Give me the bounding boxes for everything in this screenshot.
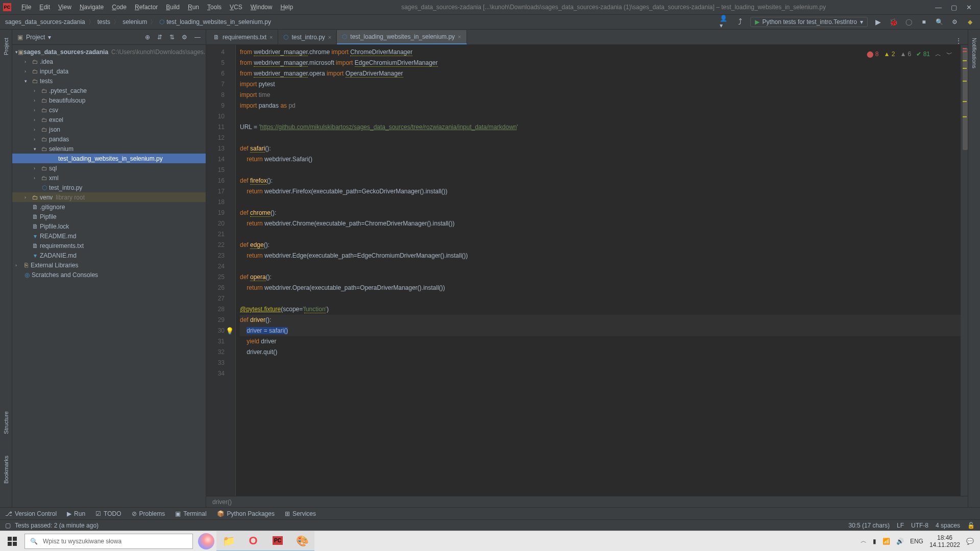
breadcrumb-item[interactable]: sages_data_sources-zadania [5, 18, 85, 26]
tree-item[interactable]: ›🗀 xml [12, 173, 206, 183]
battery-icon[interactable]: ▮ [873, 538, 876, 545]
paint-icon[interactable]: 🎨 [290, 531, 314, 552]
tab-close-icon[interactable]: × [270, 34, 273, 40]
cortana-icon[interactable] [196, 531, 216, 552]
opera-icon[interactable]: O [241, 531, 265, 552]
tree-item[interactable]: ⬡ test_intro.py [12, 183, 206, 192]
collapse-all-icon[interactable]: ⇅ [169, 34, 175, 41]
line-separator[interactable]: LF [897, 522, 904, 529]
tree-item[interactable]: ›🗀 pandas [12, 134, 206, 144]
tree-item[interactable]: 🗎 .gitignore [12, 202, 206, 212]
menu-file[interactable]: File [17, 4, 35, 11]
tree-item[interactable]: ▾🗀 tests [12, 76, 206, 86]
build-icon[interactable]: ⤴ [735, 17, 745, 27]
tab-close-icon[interactable]: × [458, 34, 461, 40]
wifi-icon[interactable]: 📶 [883, 538, 890, 545]
error-stripe[interactable] [961, 45, 968, 496]
context-breadcrumb[interactable]: driver() [206, 496, 968, 507]
expand-all-icon[interactable]: ⇵ [157, 34, 162, 41]
editor-tab[interactable]: 🗎requirements.txt× [208, 30, 278, 44]
tree-item[interactable]: ›🗀 input_data [12, 66, 206, 76]
clock[interactable]: 18:46 14.11.2022 [929, 534, 960, 548]
code-content[interactable]: ⬤ 8 ▲ 2 ▲ 6 ✔ 81 ︿ ﹀ from webdriver_mana… [236, 45, 961, 496]
tree-item[interactable]: ▾🗀 selenium [12, 144, 206, 154]
tool-tab-services[interactable]: ⊞Services [285, 510, 316, 517]
taskbar-search[interactable]: 🔍 Wpisz tu wyszukiwane słowa [24, 534, 193, 549]
debug-button-icon[interactable]: 🐞 [888, 17, 898, 27]
user-icon[interactable]: 👤▾ [720, 17, 730, 27]
file-explorer-icon[interactable]: 📁 [216, 531, 241, 552]
code-editor[interactable]: 4567891011121314151617181920212223242526… [206, 45, 968, 496]
run-button-icon[interactable]: ▶ [873, 17, 883, 27]
tool-tab-todo[interactable]: ☑TODO [95, 510, 121, 517]
menu-help[interactable]: Help [276, 4, 297, 11]
tray-chevron-icon[interactable]: ︿ [861, 537, 867, 545]
menu-edit[interactable]: Edit [35, 4, 54, 11]
settings-gear-icon[interactable]: ⚙ [182, 34, 187, 41]
external-libraries[interactable]: › ⎘ External Libraries [12, 260, 206, 270]
tree-item[interactable]: ›🗀 csv [12, 105, 206, 115]
minimize-icon[interactable]: — [935, 4, 942, 11]
maximize-icon[interactable]: ▢ [951, 4, 957, 11]
scratches-and-consoles[interactable]: ◎ Scratches and Consoles [12, 270, 206, 280]
stop-button-icon[interactable]: ■ [919, 17, 929, 27]
notifications-icon[interactable]: 💬 [966, 538, 974, 545]
project-tool-tab[interactable]: Project [2, 35, 10, 58]
menu-vcs[interactable]: VCS [226, 4, 247, 11]
tree-item[interactable]: 🗎 Pipfile [12, 212, 206, 221]
search-everywhere-icon[interactable]: 🔍 [934, 17, 944, 27]
editor-tab[interactable]: ⬡test_loading_websites_in_selenium.py× [337, 30, 467, 44]
file-encoding[interactable]: UTF-8 [911, 522, 928, 529]
volume-icon[interactable]: 🔊 [896, 538, 904, 545]
tree-item[interactable]: ▾ ZADANIE.md [12, 251, 206, 260]
breadcrumb-item[interactable]: ⬡ test_loading_websites_in_selenium.py [159, 18, 271, 26]
tree-item[interactable]: ›🗀 excel [12, 115, 206, 124]
editor-tab[interactable]: ⬡test_intro.py× [278, 30, 337, 44]
tree-item[interactable]: 🗎 requirements.txt [12, 241, 206, 251]
tree-item[interactable]: ›🗀 sql [12, 163, 206, 173]
menu-tools[interactable]: Tools [203, 4, 226, 11]
project-tree[interactable]: ▾ ▣ sages_data_sources-zadania C:\Users\… [12, 45, 206, 507]
readonly-lock-icon[interactable]: 🔓 [967, 522, 975, 529]
menu-view[interactable]: View [54, 4, 76, 11]
breadcrumb-item[interactable]: tests [97, 18, 110, 26]
tool-tab-problems[interactable]: ⊘Problems [132, 510, 165, 517]
tab-close-icon[interactable]: × [328, 34, 331, 40]
breadcrumb-item[interactable]: selenium [122, 18, 147, 26]
tabs-more-icon[interactable]: ⋮ [949, 37, 968, 44]
bookmarks-tool-tab[interactable]: Bookmarks [2, 453, 10, 487]
pycharm-taskbar-icon[interactable]: PC [265, 531, 290, 552]
structure-tool-tab[interactable]: Structure [2, 408, 10, 437]
tree-item[interactable]: ▾ README.md [12, 231, 206, 241]
menu-code[interactable]: Code [108, 4, 131, 11]
tool-tab-python-packages[interactable]: 📦Python Packages [217, 510, 275, 517]
tree-item[interactable]: ›🗀 .pytest_cache [12, 86, 206, 95]
plugins-icon[interactable]: ◆ [965, 17, 975, 27]
tree-item[interactable]: ›🗀 beautifulsoup [12, 95, 206, 105]
select-opened-file-icon[interactable]: ⊕ [145, 34, 150, 41]
settings-gear-icon[interactable]: ⚙ [949, 17, 960, 27]
menu-navigate[interactable]: Navigate [76, 4, 108, 11]
run-configuration-selector[interactable]: ▶ Python tests for test_intro.TestIntro … [750, 17, 868, 27]
tool-tab-run[interactable]: ▶Run [67, 510, 85, 517]
tree-item[interactable]: ⬡ test_loading_websites_in_selenium.py [12, 154, 206, 163]
menu-refactor[interactable]: Refactor [131, 4, 162, 11]
tool-tab-terminal[interactable]: ▣Terminal [175, 510, 206, 517]
scrollbar-thumb[interactable] [963, 48, 968, 150]
menu-run[interactable]: Run [184, 4, 203, 11]
language-indicator[interactable]: ENG [910, 538, 923, 545]
notifications-tool-tab[interactable]: Notifications [970, 35, 978, 71]
hide-panel-icon[interactable]: — [194, 34, 201, 41]
tree-item[interactable]: ›🗀 json [12, 124, 206, 134]
project-panel-title[interactable]: ▣ Project ▾ [17, 34, 51, 41]
close-icon[interactable]: ✕ [966, 4, 972, 11]
start-button[interactable] [0, 531, 24, 552]
intention-bulb-icon[interactable]: 💡 [226, 325, 234, 336]
tree-root[interactable]: ▾ ▣ sages_data_sources-zadania C:\Users\… [12, 47, 206, 57]
tree-item[interactable]: 🗎 Pipfile.lock [12, 221, 206, 231]
menu-build[interactable]: Build [162, 4, 184, 11]
caret-position[interactable]: 30:5 (17 chars) [848, 522, 890, 529]
tree-item[interactable]: ›🗀 .idea [12, 57, 206, 66]
menu-window[interactable]: Window [247, 4, 277, 11]
tool-tab-version-control[interactable]: ⎇Version Control [5, 510, 57, 517]
